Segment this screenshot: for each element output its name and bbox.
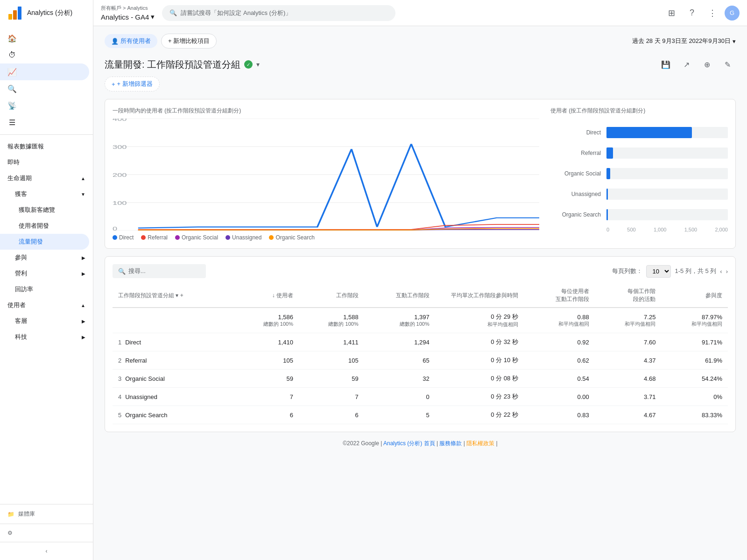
sidebar-item-user-acquisition[interactable]: 使用者開發 (0, 218, 93, 234)
row-eng-per-user: 0.62 (524, 351, 595, 370)
acquisition-expand-icon: ▼ (81, 192, 85, 197)
total-eng-per-user-cell: 0.88 和平均值相同 (524, 308, 595, 333)
more-button[interactable]: ⋮ (704, 5, 721, 21)
customize-button[interactable]: ⊕ (698, 56, 715, 73)
sidebar-media-library[interactable]: 📁 媒體庫 (0, 504, 93, 524)
main-content: 所有帳戶 > Analytics Analytics - GA4 ▾ 🔍 請嘗試… (93, 0, 747, 560)
table-search-placeholder: 搜尋... (128, 267, 146, 275)
sidebar-item-acquisition[interactable]: 獲客 ▼ (0, 186, 93, 202)
col-header-engaged-sessions[interactable]: 互動工作階段 (364, 284, 435, 308)
line-chart-container: 一段時間內的使用者 (按工作階段預設管道分組劃分) 400 (113, 107, 539, 241)
bar-label-direct: Direct (550, 129, 606, 136)
bar-axis-1500: 1,500 (684, 227, 698, 232)
add-compare-label: + 新增比較項目 (168, 37, 210, 45)
save-button[interactable]: 💾 (657, 56, 674, 73)
help-button[interactable]: ? (684, 5, 700, 21)
col-header-avg-time[interactable]: 平均單次工作階段參與時間 (435, 284, 524, 308)
row-avg-time: 0 分 08 秒 (435, 370, 524, 388)
realtime-icon: ⏱ (7, 50, 17, 60)
total-sessions-cell: 1,588 總數的 100% (299, 308, 364, 333)
bar-track-unassigned (606, 189, 728, 200)
col-header-events[interactable]: 每個工作階段的活動 (595, 284, 662, 308)
settings-icon: ⚙ (7, 530, 13, 536)
row-engaged: 0 (364, 388, 435, 406)
col-header-channel[interactable]: 工作階段預設管道分組 ▾ + (113, 284, 233, 308)
sidebar-item-engagement[interactable]: 參與 ▶ (0, 250, 93, 266)
add-filter-button[interactable]: + + 新增篩選器 (105, 77, 160, 91)
share-button[interactable]: ↗ (678, 56, 695, 73)
all-users-button[interactable]: 👤 所有使用者 (105, 34, 157, 48)
page-title-row: 流量開發: 工作階段預設管道分組 ✓ ▾ 💾 ↗ ⊕ ✎ (105, 56, 736, 73)
search-bar[interactable]: 🔍 請嘗試搜尋「如何設定 Analytics (分析)」 (162, 5, 395, 21)
demographics-expand-icon: ▶ (82, 319, 85, 324)
next-page-button[interactable]: › (726, 268, 728, 275)
footer-terms-link[interactable]: 服務條款 (439, 440, 462, 447)
sidebar-item-demographics[interactable]: 客層 ▶ (0, 313, 93, 329)
sidebar-item-configure[interactable]: ☰ (0, 114, 93, 131)
sidebar-item-advertising[interactable]: 📡 (0, 97, 93, 114)
footer-home-link[interactable]: Analytics (分析) 首頁 (383, 440, 435, 447)
sidebar-item-explore[interactable]: 🔍 (0, 80, 93, 97)
sidebar-item-realtime2[interactable]: 即時 (0, 154, 93, 170)
sidebar-item-new-users[interactable]: 獲取新客總覽 (0, 202, 93, 218)
sidebar-item-home[interactable]: 🏠 (0, 30, 93, 47)
total-avg-time-value: 0 分 29 秒 (441, 313, 518, 321)
bar-fill-direct (606, 127, 692, 138)
sidebar-item-lifecycle[interactable]: 生命週期 ▲ (0, 170, 93, 186)
engagement-expand-icon: ▶ (82, 255, 85, 260)
date-range-dropdown-icon: ▾ (733, 38, 736, 45)
sidebar-item-tech[interactable]: 科技 ▶ (0, 329, 93, 345)
bar-row-organic-search: Organic Search (550, 204, 728, 225)
bar-row-direct: Direct (550, 122, 728, 143)
row-number: 5 (118, 412, 121, 419)
sidebar-item-traffic-acquisition[interactable]: 流量開發 (0, 234, 89, 250)
footer-privacy-link[interactable]: 隱私權政策 (466, 440, 494, 447)
table-row: 1Direct 1,410 1,411 1,294 0 分 32 秒 0.92 … (113, 333, 728, 351)
sidebar-item-realtime[interactable]: ⏱ (0, 47, 93, 63)
row-channel: 2Referral (113, 351, 233, 370)
col-header-rate[interactable]: 參與度 (661, 284, 728, 308)
row-engaged: 65 (364, 351, 435, 370)
property-name: Analytics - GA4 (101, 13, 149, 21)
per-page-select[interactable]: 10 25 50 (646, 265, 671, 278)
row-number: 1 (118, 339, 121, 346)
col-header-sessions[interactable]: 工作階段 (299, 284, 364, 308)
table-search[interactable]: 🔍 搜尋... (113, 264, 206, 278)
retention-label: 回訪率 (15, 285, 33, 294)
col-header-eng-per-user[interactable]: 每位使用者互動工作階段 (524, 284, 595, 308)
total-engaged-cell: 1,397 總數的 100% (364, 308, 435, 333)
sidebar-item-retention[interactable]: 回訪率 (0, 281, 93, 297)
bar-chart: Direct Referral (550, 119, 728, 232)
row-avg-time: 0 分 22 秒 (435, 406, 524, 424)
row-avg-time: 0 分 32 秒 (435, 333, 524, 351)
row-sessions: 1,411 (299, 333, 364, 351)
table-row: 3Organic Social 59 59 32 0 分 08 秒 0.54 4… (113, 370, 728, 388)
property-selector[interactable]: Analytics - GA4 ▾ (101, 13, 155, 21)
col-add-icon[interactable]: + (180, 292, 183, 299)
chart-section: 一段時間內的使用者 (按工作階段預設管道分組劃分) 400 (105, 99, 736, 249)
row-engaged: 32 (364, 370, 435, 388)
search-placeholder: 請嘗試搜尋「如何設定 Analytics (分析)」 (181, 9, 291, 17)
prev-page-button[interactable]: ‹ (720, 268, 722, 275)
row-channel: 4Unassigned (113, 388, 233, 406)
row-users: 1,410 (233, 333, 299, 351)
bar-axis-2000: 2,000 (715, 227, 728, 232)
col-header-users[interactable]: ↓ 使用者 (233, 284, 299, 308)
apps-button[interactable]: ⊞ (663, 5, 680, 21)
svg-rect-0 (8, 14, 12, 20)
legend-direct-label: Direct (119, 234, 134, 241)
date-range-selector[interactable]: 過去 28 天 9月3日至 2022年9月30日 ▾ (632, 37, 736, 45)
row-channel: 1Direct (113, 333, 233, 351)
add-compare-button[interactable]: + 新增比較項目 (161, 34, 217, 49)
sidebar-item-report-snapshot[interactable]: 報表數據匯報 (0, 139, 93, 154)
sidebar-item-monetization[interactable]: 營利 ▶ (0, 266, 93, 281)
sidebar-item-users-section[interactable]: 使用者 ▲ (0, 297, 93, 313)
add-filter-icon: + (112, 81, 115, 88)
sidebar-settings[interactable]: ⚙ (0, 524, 93, 542)
chart-area: 一段時間內的使用者 (按工作階段預設管道分組劃分) 400 (113, 107, 728, 241)
user-avatar[interactable]: G (725, 6, 740, 21)
sidebar-item-reports[interactable]: 📈 (0, 63, 89, 80)
edit-button[interactable]: ✎ (719, 56, 736, 73)
sidebar-collapse[interactable]: ‹ (0, 542, 93, 560)
row-users: 6 (233, 406, 299, 424)
